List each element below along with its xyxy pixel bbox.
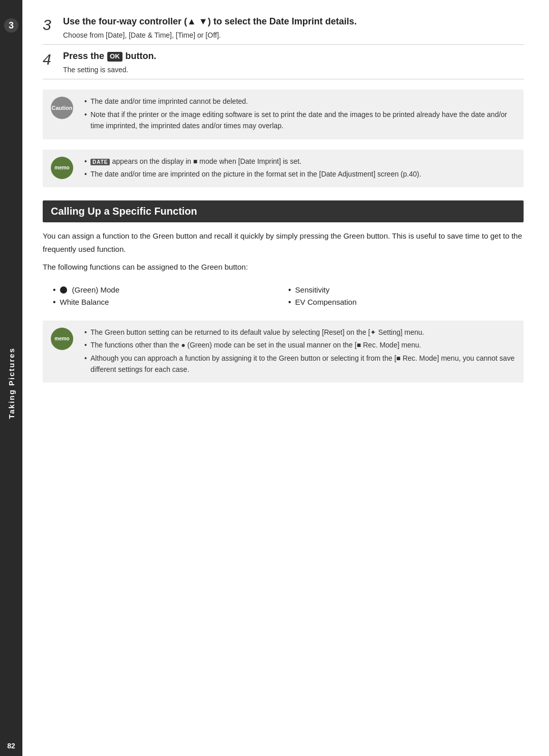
- chapter-number: 3: [4, 18, 18, 33]
- caution-label: Caution: [52, 105, 73, 111]
- step-3-content: Use the four-way controller (▲ ▼) to sel…: [63, 15, 524, 39]
- camera-icon-1: ■: [193, 157, 197, 165]
- memo-2-text: The Green button setting can be returned…: [84, 327, 515, 377]
- memo-box-2: memo The Green button setting can be ret…: [43, 321, 524, 383]
- sidebar: 3 Taking Pictures 82: [0, 0, 22, 756]
- ev-compensation-label: EV Compensation: [295, 298, 357, 306]
- col-list-1: (Green) Mode White Balance: [53, 284, 288, 308]
- memo-icon-2-container: memo: [51, 327, 77, 377]
- section-header: Calling Up a Specific Function: [43, 200, 524, 222]
- function-item-green-mode: (Green) Mode: [53, 284, 288, 296]
- col-list-2: Sensitivity EV Compensation: [288, 284, 524, 308]
- caution-item-2: Note that if the printer or the image ed…: [84, 109, 515, 132]
- memo-2-item-1: The Green button setting can be returned…: [84, 327, 515, 338]
- ok-symbol: OK: [107, 52, 123, 61]
- intro-text-2: The following functions can be assigned …: [43, 260, 524, 274]
- step-3-title: Use the four-way controller (▲ ▼) to sel…: [63, 15, 524, 28]
- step-4-title-prefix: Press the: [63, 51, 104, 61]
- function-item-sensitivity: Sensitivity: [288, 284, 524, 296]
- caution-icon-container: Caution: [51, 96, 77, 133]
- intro-text-1: You can assign a function to the Green b…: [43, 229, 524, 255]
- memo-1-list: DATE appears on the display in ■ mode wh…: [84, 156, 515, 180]
- memo-2-item-2: The functions other than the ● (Green) m…: [84, 339, 515, 351]
- memo-1-item-1-text: appears on the display in ■ mode when [D…: [112, 157, 301, 165]
- caution-text: The date and/or time imprinted cannot be…: [84, 96, 515, 133]
- main-content: 3 Use the four-way controller (▲ ▼) to s…: [22, 0, 549, 756]
- page-number: 82: [0, 736, 22, 756]
- function-item-ev-compensation: EV Compensation: [288, 296, 524, 308]
- memo-label-2: memo: [54, 336, 69, 341]
- memo-icon-1-container: memo: [51, 156, 77, 182]
- step-4-subtitle: The setting is saved.: [63, 66, 524, 74]
- sensitivity-label: Sensitivity: [295, 285, 330, 294]
- memo-2-list: The Green button setting can be returned…: [84, 327, 515, 375]
- step-4-content: Press the OK button. The setting is save…: [63, 50, 524, 74]
- white-balance-label: White Balance: [60, 298, 109, 306]
- step-4-title: Press the OK button.: [63, 50, 524, 63]
- green-mode-label: (Green) Mode: [72, 285, 119, 294]
- memo-label-1: memo: [54, 165, 69, 170]
- memo-2-item-3: Although you can approach a function by …: [84, 353, 515, 375]
- memo-box-1: memo DATE appears on the display in ■ mo…: [43, 150, 524, 188]
- step-4-section: 4 Press the OK button. The setting is sa…: [43, 50, 524, 79]
- chapter-title: Taking Pictures: [7, 347, 16, 419]
- date-badge: DATE: [90, 159, 110, 165]
- step-3-subtitle: Choose from [Date], [Date & Time], [Time…: [63, 31, 524, 39]
- memo-icon-2: memo: [51, 328, 73, 350]
- memo-icon-1: memo: [51, 157, 73, 179]
- step-3-number: 3: [43, 15, 63, 39]
- memo-1-item-1: DATE appears on the display in ■ mode wh…: [84, 156, 515, 167]
- green-dot-icon: [60, 286, 67, 294]
- caution-list: The date and/or time imprinted cannot be…: [84, 96, 515, 131]
- memo-1-text: DATE appears on the display in ■ mode wh…: [84, 156, 515, 182]
- memo-1-item-2: The date and/or time are imprinted on th…: [84, 168, 515, 180]
- step-4-title-suffix: button.: [126, 51, 157, 61]
- function-list: (Green) Mode White Balance Sensitivity E…: [53, 284, 524, 308]
- caution-item-1: The date and/or time imprinted cannot be…: [84, 96, 515, 107]
- step-3-section: 3 Use the four-way controller (▲ ▼) to s…: [43, 15, 524, 45]
- caution-box: Caution The date and/or time imprinted c…: [43, 90, 524, 139]
- caution-icon: Caution: [51, 97, 73, 119]
- function-item-white-balance: White Balance: [53, 296, 288, 308]
- step-4-number: 4: [43, 50, 63, 74]
